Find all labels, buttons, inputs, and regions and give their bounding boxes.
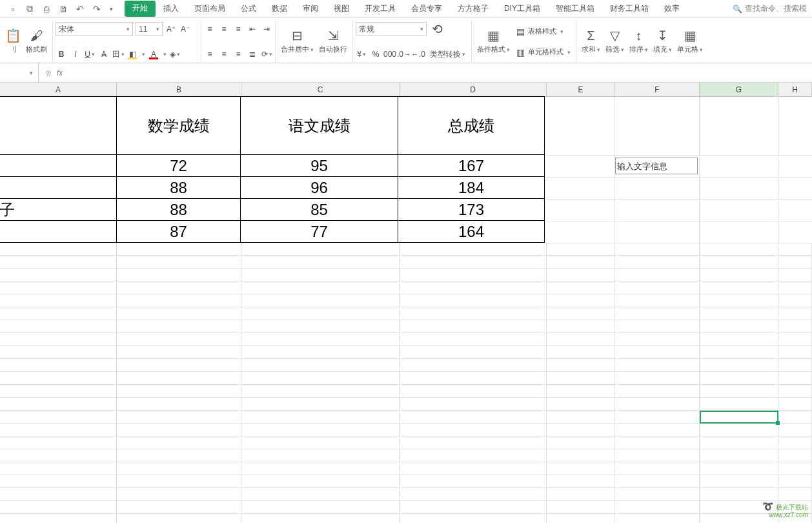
increase-indent-icon[interactable]: ⇥	[261, 23, 272, 35]
phonetic-icon[interactable]: ◈▾	[169, 48, 181, 60]
table-header-math[interactable]: 数学成绩	[116, 96, 241, 155]
bold-icon[interactable]: B	[56, 48, 67, 60]
number-format-select[interactable]: 常规▾	[356, 22, 427, 36]
increase-font-icon[interactable]: A⁺	[165, 23, 177, 35]
table-cell[interactable]	[0, 220, 117, 243]
align-left-icon[interactable]: ≡	[204, 48, 216, 60]
comma-icon[interactable]: 000	[384, 48, 396, 60]
table-cell[interactable]	[0, 154, 117, 177]
search-box[interactable]: 🔍 查找命令、搜索模	[733, 3, 812, 14]
tab-finance[interactable]: 财务工具箱	[602, 1, 656, 17]
table-header-name[interactable]	[0, 96, 117, 155]
table-cell[interactable]: 164	[398, 220, 545, 243]
name-box[interactable]: ▾	[0, 63, 39, 82]
table-cell[interactable]: 96	[240, 176, 398, 199]
table-cell[interactable]: 77	[240, 220, 398, 243]
table-style-button[interactable]: ▤表格样式▾	[515, 23, 571, 40]
tab-efficiency[interactable]: 效率	[656, 1, 687, 17]
tab-smart[interactable]: 智能工具箱	[548, 1, 602, 17]
fx-icon[interactable]: fx	[57, 68, 63, 77]
font-color-icon[interactable]: A	[148, 48, 159, 60]
undo-icon[interactable]: ↶	[75, 4, 85, 14]
table-cell[interactable]: 184	[398, 176, 545, 199]
table-cell[interactable]: 167	[398, 154, 545, 177]
conditional-format-button[interactable]: ▦ 条件格式▾	[474, 21, 513, 63]
qat-dropdown-icon[interactable]: ▾	[110, 6, 113, 12]
sort-button[interactable]: ↕排序▾	[627, 21, 651, 63]
tab-diy[interactable]: DIY工具箱	[496, 1, 548, 17]
justify-icon[interactable]: ≣	[247, 48, 258, 60]
tab-insert[interactable]: 插入	[156, 1, 187, 17]
cell-format-button[interactable]: ▦单元格▾	[675, 21, 705, 63]
font-size-select[interactable]: 11▾	[136, 22, 163, 36]
col-header-F[interactable]: F	[615, 83, 700, 96]
sum-button[interactable]: Σ求和▾	[579, 21, 603, 63]
table-cell[interactable]: 88	[116, 176, 241, 199]
merge-center-button[interactable]: ⊟ 合并居中▾	[278, 21, 316, 63]
print-icon[interactable]: ⎙	[41, 4, 52, 14]
redo-icon[interactable]: ↷	[92, 4, 102, 14]
col-header-C[interactable]: C	[241, 83, 400, 96]
copy-icon[interactable]: ⧉	[25, 4, 35, 14]
cell-style-button[interactable]: ▥单元格样式▾	[515, 44, 571, 61]
col-header-E[interactable]: E	[547, 83, 615, 96]
tab-start[interactable]: 开始	[125, 1, 156, 17]
italic-icon[interactable]: I	[70, 48, 81, 60]
col-header-G[interactable]: G	[700, 83, 778, 96]
decrease-font-icon[interactable]: A⁻	[179, 23, 191, 35]
table-cell[interactable]: 95	[240, 154, 398, 177]
table-cell[interactable]: 173	[398, 198, 545, 221]
rewind-button[interactable]: ⟲	[429, 21, 445, 37]
table-header-total[interactable]: 总成绩	[398, 96, 545, 155]
fill-button[interactable]: ↧填充▾	[651, 21, 675, 63]
table-cell[interactable]: 子	[0, 198, 117, 221]
strikethrough-icon[interactable]: A̶	[98, 48, 110, 60]
chevron-down-icon[interactable]: ▾	[163, 51, 167, 57]
tab-member[interactable]: 会员专享	[403, 1, 450, 17]
align-bottom-icon[interactable]: ≡	[232, 23, 244, 35]
tab-devtools[interactable]: 开发工具	[357, 1, 403, 17]
type-convert-button[interactable]: 类型转换▾	[427, 48, 469, 60]
col-header-D[interactable]: D	[400, 83, 547, 96]
align-center-icon[interactable]: ≡	[218, 48, 230, 60]
table-header-chinese[interactable]: 语文成绩	[240, 96, 398, 155]
table-cell[interactable]: 72	[116, 154, 241, 177]
decrease-indent-icon[interactable]: ⇤	[247, 23, 258, 35]
wrap-text-button[interactable]: ⇲ 自动换行	[316, 21, 350, 63]
chevron-down-icon[interactable]: ▾	[142, 51, 145, 57]
cancel-formula-icon[interactable]: ⊗	[45, 68, 52, 77]
format-painter-button[interactable]: 🖌 格式刷	[23, 21, 50, 63]
tab-formula[interactable]: 公式	[233, 1, 264, 17]
save-icon[interactable]: ▫	[8, 4, 18, 14]
tab-view[interactable]: 视图	[326, 1, 357, 17]
currency-icon[interactable]: ¥▾	[356, 48, 367, 60]
orientation-icon[interactable]: ⟳▾	[261, 48, 272, 60]
col-header-A[interactable]: A	[0, 83, 117, 96]
tab-data[interactable]: 数据	[264, 1, 295, 17]
decrease-decimal-icon[interactable]: ←.0	[412, 48, 424, 60]
align-middle-icon[interactable]: ≡	[218, 23, 230, 35]
col-header-H[interactable]: H	[778, 83, 812, 96]
spreadsheet-grid[interactable]: A B C D E F G H 数学成绩 语文成绩 总成绩 72 95 167	[0, 83, 812, 523]
percent-icon[interactable]: %	[370, 48, 381, 60]
increase-decimal-icon[interactable]: .0→	[398, 48, 410, 60]
underline-icon[interactable]: U▾	[84, 48, 96, 60]
fill-color-icon[interactable]: ◧	[127, 48, 138, 60]
preview-icon[interactable]: 🗎	[58, 4, 68, 14]
paste-button[interactable]: 📋 刂	[3, 21, 23, 63]
table-cell[interactable]: 88	[116, 198, 241, 221]
table-cell[interactable]	[0, 176, 117, 199]
align-top-icon[interactable]: ≡	[204, 23, 216, 35]
formula-input[interactable]	[68, 68, 806, 77]
tab-fanggezi[interactable]: 方方格子	[450, 1, 496, 17]
empty-rows[interactable]: document.write(Array.from({length:24}).m…	[0, 243, 812, 523]
tab-pagelayout[interactable]: 页面布局	[187, 1, 233, 17]
table-cell[interactable]: 87	[116, 220, 241, 243]
floating-textbox[interactable]: 输入文字信息	[615, 158, 698, 174]
border-icon[interactable]: 田▾	[112, 48, 124, 60]
filter-button[interactable]: ▽筛选▾	[603, 21, 627, 63]
align-right-icon[interactable]: ≡	[232, 48, 244, 60]
table-cell[interactable]: 85	[240, 198, 398, 221]
font-name-select[interactable]: 宋体▾	[56, 22, 133, 36]
col-header-B[interactable]: B	[117, 83, 241, 96]
